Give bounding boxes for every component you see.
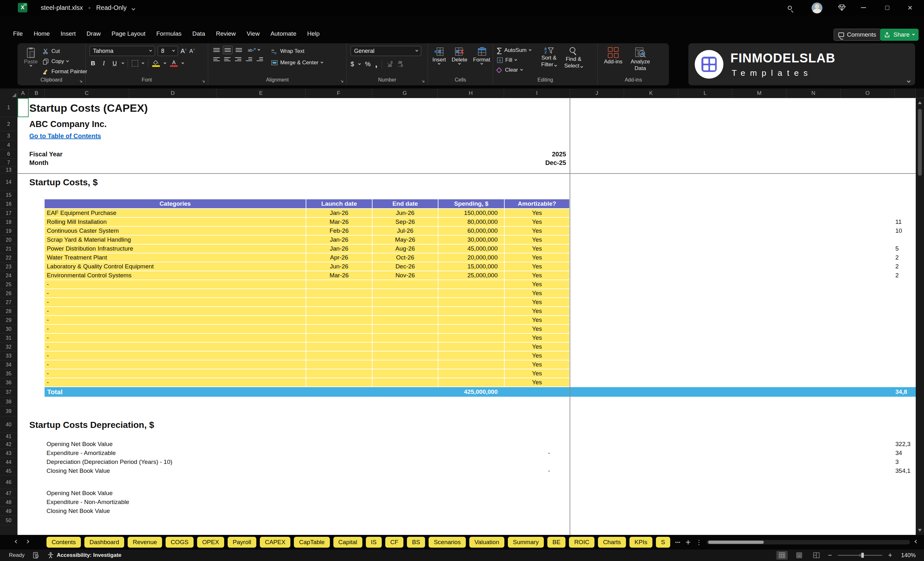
row-header[interactable]: 42 [0,440,17,449]
clipped-value-cell[interactable] [895,298,916,306]
spending-cell[interactable] [438,360,504,369]
sheet-tab[interactable]: S [656,537,670,548]
bold-button[interactable]: B [90,60,96,67]
row-header[interactable]: 20 [0,236,17,244]
column-header[interactable]: L [678,88,732,98]
header-amortizable[interactable]: Amortizable? [505,199,569,208]
column-header[interactable]: H [438,88,504,98]
month-value-cell[interactable] [45,458,99,466]
amortizable-cell[interactable]: Yes [505,351,569,360]
row-header[interactable]: 26 [0,289,17,298]
column-header[interactable]: M [732,88,786,98]
clipped-value-cell[interactable]: 2 [895,254,916,262]
month-value-cell[interactable] [45,209,99,217]
amortizable-cell[interactable]: Yes [505,378,569,387]
amortizable-cell[interactable]: Yes [505,316,569,324]
sheet-tab[interactable]: OPEX [197,537,224,548]
amortizable-cell[interactable]: Yes [505,271,569,279]
clipped-value-cell[interactable] [895,334,916,342]
spending-cell[interactable] [438,307,504,315]
end-date-cell[interactable]: Nov-26 [372,271,438,279]
spending-cell[interactable] [438,298,504,306]
sheet-tab[interactable]: Dashboard [84,537,124,548]
sheet-tab[interactable]: CF [385,537,404,548]
end-date-cell[interactable] [372,298,438,306]
end-date-cell[interactable] [372,378,438,387]
zoom-out-button[interactable]: − [828,551,832,560]
decrease-decimal-button[interactable]: .00→.0 [397,61,403,68]
row-header[interactable]: 34 [0,360,17,369]
month-value-cell[interactable] [45,262,99,271]
row-header[interactable]: 14 [0,173,17,191]
spending-cell[interactable]: 150,000,000 [438,209,504,217]
column-header[interactable]: D [129,88,216,98]
sort-filter-button[interactable]: AZ Sort & Filter [539,46,560,77]
end-date-cell[interactable] [372,307,438,315]
month-value-cell[interactable] [45,498,99,506]
clipped-value-cell[interactable] [895,369,916,378]
sheet-tab[interactable]: Valuation [470,537,504,548]
month-value-cell[interactable] [45,449,99,457]
row-header[interactable]: 44 [0,458,17,467]
clipped-value-cell[interactable]: 2 [895,271,916,279]
clipped-value-cell[interactable] [895,507,916,515]
row-header[interactable]: 24 [0,271,17,280]
next-sheet-button[interactable] [26,540,29,543]
month-value-cell[interactable] [45,244,99,253]
spending-cell[interactable]: 25,000,000 [438,271,504,279]
toc-link[interactable]: Go to Table of Contents [29,131,101,141]
end-date-cell[interactable]: Sep-26 [372,218,438,226]
launch-date-cell[interactable]: Mar-26 [306,271,372,279]
amortizable-cell[interactable]: Yes [505,262,569,271]
premium-button[interactable] [836,2,848,14]
end-date-cell[interactable] [372,369,438,378]
account-button[interactable] [811,2,823,14]
page-layout-view-button[interactable] [794,551,805,560]
clipped-value-cell[interactable] [895,307,916,315]
row-header[interactable]: 18 [0,218,17,227]
row-header[interactable]: 49 [0,507,17,516]
clipped-value-cell[interactable]: 10 [895,227,916,235]
row-header[interactable]: 1 [0,98,17,117]
number-dialog-launcher[interactable] [421,79,425,83]
month-value-cell[interactable] [45,369,99,378]
amortizable-cell[interactable]: Yes [505,298,569,306]
total-spending-cell[interactable]: 425,000,000 [438,387,504,397]
end-date-cell[interactable] [372,289,438,297]
font-color-button[interactable]: A [170,60,178,67]
month-value-cell[interactable] [45,334,99,342]
collapse-ribbon-button[interactable] [907,79,910,82]
vertical-scroll-thumb[interactable] [918,109,922,176]
amortizable-cell[interactable]: Yes [505,209,569,217]
month-value-cell[interactable] [45,289,99,297]
normal-view-button[interactable] [776,551,788,560]
month-value-cell[interactable] [45,307,99,315]
font-size-select[interactable]: 8 [158,46,178,56]
row-header[interactable]: 39 [0,406,17,417]
sheet-tab[interactable]: KPIs [630,537,652,548]
clipped-value-cell[interactable] [895,343,916,351]
tab-scroll-left-icon[interactable] [915,540,918,543]
month-value-cell[interactable] [45,489,99,497]
align-center-button[interactable] [223,56,232,63]
column-header[interactable]: I [504,88,570,98]
clipped-value-cell[interactable] [895,316,916,324]
clipboard-dialog-launcher[interactable] [79,79,83,83]
row-header[interactable]: 41 [0,433,17,440]
clipped-value-cell[interactable] [895,351,916,360]
zoom-slider-thumb[interactable] [861,553,864,558]
launch-date-cell[interactable] [306,369,372,378]
page-break-view-button[interactable] [811,551,822,560]
column-header[interactable]: F [306,88,372,98]
header-spending[interactable]: Spending, $ [438,199,504,208]
row-header[interactable]: 15 [0,191,17,199]
clear-button[interactable]: Clear [497,66,531,74]
column-header[interactable]: B [28,88,45,98]
row-header[interactable]: 13 [0,167,17,173]
ribbon-tab[interactable]: Data [187,27,210,41]
launch-date-cell[interactable]: Jan-26 [306,209,372,217]
row-header[interactable]: 45 [0,467,17,476]
sheet-grid[interactable]: Startup Costs (CAPEX) ABC Company Inc. G… [18,98,916,535]
ribbon-tab[interactable]: File [8,27,28,41]
clipped-value-cell[interactable] [895,489,916,497]
